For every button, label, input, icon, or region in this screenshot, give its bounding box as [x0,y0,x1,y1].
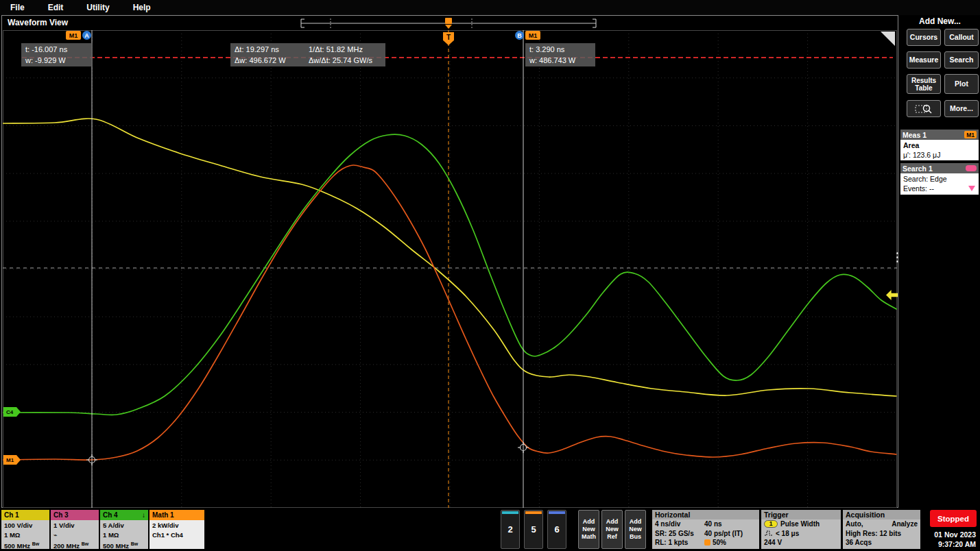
ch5-button[interactable]: 5 [524,510,543,549]
ch5-color-stripe [525,511,542,514]
search-marker-icon [968,186,975,191]
trace-ch1 [3,119,896,396]
record-view-minimap[interactable] [300,17,597,29]
cursor-a-m1-badge[interactable]: M1 [66,31,81,40]
datetime-display: 01 Nov 2023 9:37:20 AM [919,530,978,549]
ch3-coupling-icon: ⌁ [53,530,96,540]
magnifier-icon [915,103,933,114]
meas1-source-badge: M1 [964,131,977,138]
zoom-mode-button[interactable] [907,100,941,117]
menu-edit[interactable]: Edit [48,3,64,12]
run-stop-button[interactable]: Stopped [930,510,977,527]
plot-button[interactable]: Plot [944,74,979,94]
search1-marker-badge [966,165,977,171]
cursor-a-readout: t: -16.007 ns w: -9.929 W [21,43,93,66]
cursors-button[interactable]: Cursors [907,29,941,46]
add-new-bus-button[interactable]: AddNewBus [625,510,646,549]
meas1-result-panel[interactable]: Meas 1 M1 Area μ': 123.6 μJ [900,130,979,160]
graticule-grid [3,30,897,508]
add-new-title: Add New... [900,16,980,26]
math1-badge[interactable]: Math 1 2 kW/div Ch1 * Ch4 [150,510,204,549]
search-button[interactable]: Search [944,51,979,69]
trigger-panel[interactable]: Trigger 1Pulse Width < 18 μs 244 V [761,510,841,549]
meas1-header: Meas 1 [903,131,927,139]
ch6-color-stripe [549,511,565,514]
panel-splitter-handle[interactable] [896,252,898,262]
pulse-width-icon [764,530,774,537]
ch1-badge[interactable]: Ch 1 100 V/div 1 MΩ 500 MHz Bw [1,510,49,549]
cursor-a-badge[interactable]: A [82,31,91,40]
more-button[interactable]: More... [944,100,979,117]
cursor-b-badge[interactable]: B [515,31,524,40]
menu-utility[interactable]: Utility [86,3,109,12]
measure-button[interactable]: Measure [907,51,941,69]
search1-result-panel[interactable]: Search 1 Search: Edge Events: -- [900,163,979,195]
callout-button[interactable]: Callout [944,29,979,46]
ch2-color-stripe [502,511,518,514]
oscilloscope-app: File Edit Utility Help Waveform View [0,0,980,551]
meas1-value: μ': 123.6 μJ [903,150,976,160]
settings-bar: Ch 1 100 V/div 1 MΩ 500 MHz Bw Ch 3 1 V/… [0,508,980,551]
cursor-delta-readout: Δt: 19.297 ns1/Δt: 51.82 MHz Δw: 496.672… [230,43,385,66]
ch2-button[interactable]: 2 [501,510,520,549]
acquisition-panel[interactable]: Acquisition Auto,Analyze High Res: 12 bi… [843,510,920,549]
search1-type: Search: Edge [903,174,976,184]
waveform-view-title: Waveform View [8,18,68,27]
results-sidebar: Add New... Cursors Callout Measure Searc… [900,15,980,508]
search1-events: Events: -- [903,184,976,193]
waveform-view-panel: Waveform View [1,15,898,508]
trigger-source-badge: 1 [764,520,778,528]
add-new-math-button[interactable]: AddNewMath [578,510,599,549]
add-new-ref-button[interactable]: AddNewRef [601,510,623,549]
horizontal-panel[interactable]: Horizontal 4 ns/div40 ns SR: 25 GS/s40 p… [652,510,759,549]
draw-a-box-icon[interactable] [881,32,895,46]
menu-help[interactable]: Help [133,3,151,12]
trigger-position-icon [704,539,710,546]
ch4-clipping-arrow-icon: ↓ [142,511,145,519]
meas1-name: Area [903,140,976,150]
ch4-badge[interactable]: Ch 4 ↓ 5 A/div 1 MΩ 500 MHz Bw [100,510,148,549]
search1-header: Search 1 [903,164,933,173]
cursor-b-readout: t: 3.290 ns w: 486.743 W [525,43,595,66]
waveform-plot [3,30,897,508]
cursor-b-m1-badge[interactable]: M1 [525,31,540,40]
minimap-trigger-icon[interactable] [445,18,452,29]
ch3-badge[interactable]: Ch 3 1 V/div ⌁ 200 MHz Bw [51,510,99,549]
menu-bar: File Edit Utility Help [0,0,980,15]
trace-math1 [3,165,896,460]
ch6-button[interactable]: 6 [547,510,566,549]
results-table-button[interactable]: Results Table [907,74,941,94]
menu-file[interactable]: File [10,3,25,12]
